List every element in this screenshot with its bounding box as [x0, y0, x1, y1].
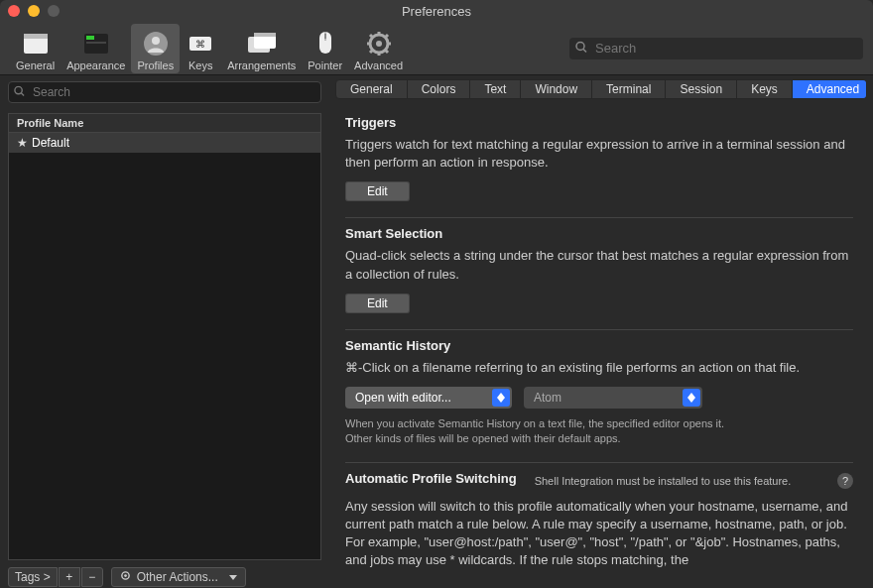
svg-text:⌘: ⌘	[195, 39, 205, 50]
toolbar-label: Profiles	[137, 59, 174, 71]
toolbar-item-keys[interactable]: ⌘ Keys	[180, 24, 221, 73]
tab-colors[interactable]: Colors	[408, 80, 471, 98]
zoom-window-button[interactable]	[48, 5, 60, 17]
toolbar-label: Keys	[188, 59, 212, 71]
arrangements-icon	[247, 30, 277, 58]
tab-general[interactable]: General	[336, 80, 408, 98]
toolbar-label: Pointer	[308, 59, 342, 71]
tab-keys[interactable]: Keys	[737, 80, 793, 98]
toolbar-item-profiles[interactable]: Profiles	[131, 24, 180, 73]
svg-line-21	[370, 35, 373, 38]
toolbar-item-general[interactable]: General	[10, 24, 61, 73]
section-desc: Triggers watch for text matching a regul…	[345, 136, 853, 172]
toolbar: General Appearance Profiles ⌘ Keys Arran…	[0, 22, 873, 75]
tab-advanced[interactable]: Advanced	[793, 80, 867, 98]
toolbar-item-arrangements[interactable]: Arrangements	[221, 24, 302, 73]
pointer-icon	[311, 30, 340, 58]
toolbar-search-input[interactable]	[569, 38, 863, 59]
section-automatic-profile-switching: Automatic Profile Switching Shell Integr…	[345, 463, 853, 588]
profile-name: Default	[32, 136, 69, 150]
section-desc: ⌘-Click on a filename referring to an ex…	[345, 359, 853, 377]
toolbar-label: Advanced	[354, 59, 403, 71]
toolbar-search	[569, 38, 863, 59]
select-value: Open with editor...	[355, 391, 451, 405]
svg-rect-4	[86, 42, 106, 44]
tab-session[interactable]: Session	[666, 80, 737, 98]
tab-terminal[interactable]: Terminal	[592, 80, 666, 98]
toolbar-item-appearance[interactable]: Appearance	[61, 24, 131, 73]
semantic-hint: When you activate Semantic History on a …	[345, 416, 853, 446]
toolbar-label: General	[16, 59, 55, 71]
close-window-button[interactable]	[8, 5, 20, 17]
other-actions-menu[interactable]: Other Actions...	[111, 567, 246, 587]
svg-point-25	[576, 42, 584, 50]
appearance-icon	[81, 30, 111, 58]
gear-icon	[364, 30, 394, 58]
search-icon	[575, 41, 587, 56]
profile-search-input[interactable]	[8, 81, 321, 103]
semantic-editor-select[interactable]: Atom	[524, 387, 702, 409]
minimize-window-button[interactable]	[28, 5, 40, 17]
section-semantic-history: Semantic History ⌘-Click on a filename r…	[345, 330, 853, 463]
traffic-lights	[8, 5, 60, 17]
svg-line-24	[385, 35, 388, 38]
profile-row[interactable]: ★ Default	[9, 133, 320, 153]
svg-line-28	[21, 93, 24, 96]
svg-point-30	[124, 574, 127, 577]
svg-line-26	[583, 49, 586, 52]
svg-point-16	[376, 41, 382, 47]
svg-point-27	[15, 86, 22, 93]
window-titlebar: Preferences	[0, 0, 873, 22]
sidebar: Profile Name ★ Default Tags > + − Other …	[0, 75, 329, 588]
toolbar-item-advanced[interactable]: Advanced	[348, 24, 409, 73]
svg-point-6	[152, 37, 160, 45]
section-triggers: Triggers Triggers watch for text matchin…	[345, 107, 853, 218]
profile-tabs: General Colors Text Window Terminal Sess…	[335, 79, 867, 99]
window-title: Preferences	[402, 4, 471, 19]
semantic-action-select[interactable]: Open with editor...	[345, 387, 512, 409]
other-actions-label: Other Actions...	[137, 570, 218, 584]
select-value: Atom	[534, 391, 561, 405]
svg-rect-3	[86, 36, 94, 40]
chevron-down-icon	[229, 570, 237, 584]
gear-icon	[120, 570, 131, 584]
toolbar-item-pointer[interactable]: Pointer	[302, 24, 348, 73]
toolbar-label: Arrangements	[227, 59, 296, 71]
tags-button[interactable]: Tags >	[8, 567, 58, 587]
keys-icon: ⌘	[186, 30, 215, 58]
select-arrows-icon	[492, 389, 510, 407]
tab-window[interactable]: Window	[521, 80, 592, 98]
edit-smart-selection-button[interactable]: Edit	[345, 294, 410, 313]
remove-profile-button[interactable]: −	[81, 567, 103, 587]
tab-text[interactable]: Text	[470, 80, 521, 98]
svg-rect-11	[254, 33, 276, 37]
svg-rect-14	[324, 34, 326, 39]
section-desc: Quad-click selects a string under the cu…	[345, 247, 853, 283]
svg-line-23	[370, 50, 373, 53]
section-title: Triggers	[345, 115, 853, 130]
section-smart-selection: Smart Selection Quad-click selects a str…	[345, 218, 853, 329]
section-title: Automatic Profile Switching	[345, 471, 517, 486]
search-icon	[14, 85, 25, 100]
help-button[interactable]: ?	[837, 473, 853, 489]
select-arrows-icon	[683, 389, 700, 407]
profile-list[interactable]: Profile Name ★ Default	[8, 113, 321, 560]
add-profile-button[interactable]: +	[59, 567, 80, 587]
star-icon: ★	[17, 136, 28, 150]
svg-rect-1	[24, 34, 48, 39]
section-title: Smart Selection	[345, 226, 853, 241]
general-icon	[21, 30, 51, 58]
settings-content[interactable]: Triggers Triggers watch for text matchin…	[335, 107, 867, 588]
profiles-icon	[141, 30, 171, 58]
section-title: Semantic History	[345, 338, 853, 353]
svg-line-22	[385, 50, 388, 53]
profile-list-header: Profile Name	[9, 114, 320, 133]
edit-triggers-button[interactable]: Edit	[345, 181, 410, 201]
toolbar-label: Appearance	[66, 59, 125, 71]
aps-note: Shell Integration must be installed to u…	[535, 475, 792, 487]
section-desc: Any session will switch to this profile …	[345, 498, 853, 570]
